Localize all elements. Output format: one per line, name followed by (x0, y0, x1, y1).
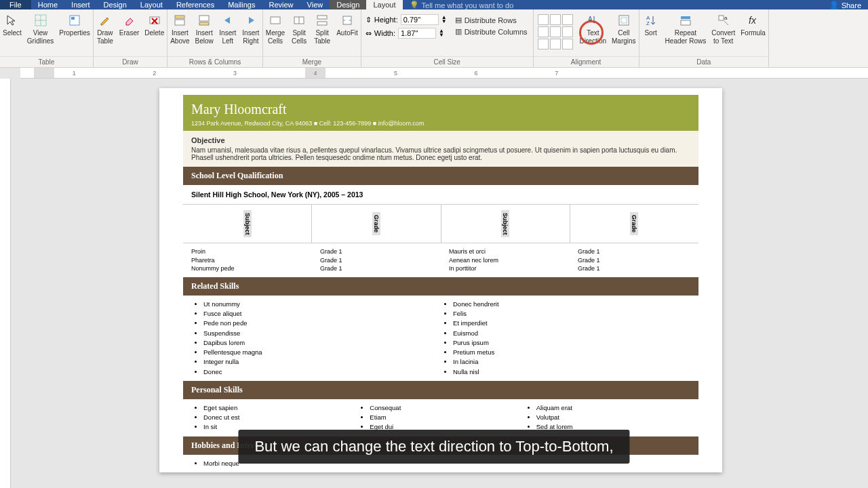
distribute-columns-button[interactable]: ▥ Distribute Columns (455, 27, 528, 36)
delete-button[interactable]: Delete (142, 12, 167, 39)
insert-right-button[interactable]: Insert Right (239, 12, 262, 47)
align-bottom-center[interactable] (550, 39, 561, 49)
share-button[interactable]: 👤 Share (829, 1, 861, 9)
school-line[interactable]: Silent Hill High School, New York (NY), … (183, 185, 698, 204)
group-rows-cols: Insert Above Insert Below Insert Left In… (167, 9, 263, 67)
tab-file[interactable]: File (0, 0, 31, 9)
dist-cols-icon: ▥ (455, 27, 462, 36)
resume-contact[interactable]: 1234 Park Avenue, Redwood City, CA 94063… (191, 120, 690, 127)
group-merge-label: Merge (263, 56, 361, 67)
align-top-right[interactable] (562, 14, 573, 25)
skills-list-right: Donec hendreritFelisEt imperdietEuismodP… (441, 300, 690, 377)
section-related-skills[interactable]: Related Skills (183, 277, 698, 296)
ribbon-tab-bar: File Home Insert Design Layout Reference… (0, 0, 868, 9)
table-cell: Grade 1 (578, 264, 690, 273)
col-header-grade: Grade (372, 212, 380, 235)
convert-text-button[interactable]: a Convert to Text (709, 12, 738, 47)
section-qualification[interactable]: School Level Qualification (183, 167, 698, 185)
distribute-rows-button[interactable]: ▤ Distribute Rows (455, 16, 528, 24)
repeat-header-button[interactable]: Repeat Header Rows (663, 12, 709, 47)
tab-design[interactable]: Design (97, 0, 134, 9)
grades-header-row[interactable]: Subject Grade Subject Grade (183, 204, 698, 243)
tab-view[interactable]: View (300, 0, 330, 9)
draw-table-button[interactable]: Draw Table (94, 12, 117, 47)
insert-below-icon (197, 13, 212, 28)
height-label: Height: (374, 16, 398, 24)
width-input[interactable] (398, 28, 436, 39)
sort-button[interactable]: AZ Sort (639, 12, 663, 39)
tab-insert[interactable]: Insert (64, 0, 97, 9)
svg-rect-9 (199, 22, 209, 25)
height-input[interactable] (401, 14, 439, 25)
group-cell-size: ⇕ Height: ▲▼ ⇔ Width: ▲▼ ▤ Distribute Ro… (361, 9, 534, 67)
align-bottom-left[interactable] (538, 39, 549, 49)
pencil-icon (98, 13, 113, 28)
list-item: Dapibus lorem (203, 338, 441, 348)
group-data: AZ Sort Repeat Header Rows a Convert to … (639, 9, 769, 67)
spinner-icon[interactable]: ▲▼ (439, 29, 444, 37)
grid-icon (33, 13, 48, 28)
skills-list-left: Ut nonummyFusce aliquetPede non pedeSusp… (191, 300, 441, 377)
text-direction-button[interactable]: A Text Direction (577, 12, 609, 47)
list-item: Et imperdiet (453, 319, 690, 328)
formula-icon: fx (746, 13, 761, 28)
formula-button[interactable]: fx Formula (738, 12, 768, 39)
tab-review[interactable]: Review (262, 0, 300, 9)
svg-text:fx: fx (749, 15, 757, 26)
autofit-button[interactable]: AutoFit (334, 12, 361, 39)
insert-below-button[interactable]: Insert Below (193, 12, 216, 47)
insert-above-button[interactable]: Insert Above (167, 12, 192, 47)
group-merge: Merge Cells Split Cells Split Table Auto… (263, 9, 361, 67)
merge-cells-button[interactable]: Merge Cells (263, 12, 288, 47)
dist-rows-icon: ▤ (455, 16, 462, 24)
insert-right-icon (243, 13, 258, 28)
list-item: Integer nulla (203, 357, 441, 367)
svg-rect-8 (199, 16, 209, 21)
tab-layout[interactable]: Layout (134, 0, 170, 9)
col-header-subject: Subject (501, 210, 509, 238)
related-skills-block[interactable]: Ut nonummyFusce aliquetPede non pedeSusp… (183, 296, 698, 381)
objective-body: Nam urnanisl, malesuada vitae risus a, p… (191, 146, 690, 161)
insert-right-label: Insert Right (242, 29, 259, 45)
section-personal-skills[interactable]: Personal Skills (183, 381, 698, 399)
eraser-button[interactable]: Eraser (117, 12, 142, 39)
width-label: Width: (374, 29, 395, 37)
cell-margins-button[interactable]: Cell Margins (609, 12, 639, 47)
dist-cols-label: Distribute Columns (465, 28, 528, 36)
properties-label: Properties (59, 29, 90, 37)
svg-rect-4 (71, 17, 75, 20)
list-item: Donec (203, 367, 441, 377)
spinner-icon[interactable]: ▲▼ (441, 16, 447, 23)
resume-name[interactable]: Mary Hloomcraft (191, 102, 690, 117)
align-top-left[interactable] (538, 14, 549, 25)
align-middle-left[interactable] (538, 26, 549, 37)
align-middle-right[interactable] (562, 26, 573, 37)
align-middle-center[interactable] (550, 26, 561, 37)
properties-button[interactable]: Properties (56, 12, 93, 39)
insert-left-button[interactable]: Insert Left (216, 12, 239, 47)
group-draw: Draw Table Eraser Delete Draw (94, 9, 167, 67)
resume-header: Mary Hloomcraft 1234 Park Avenue, Redwoo… (183, 95, 698, 131)
horizontal-ruler[interactable]: 1 2 3 4 5 6 7 (20, 68, 868, 79)
view-gridlines-button[interactable]: View Gridlines (24, 12, 56, 47)
tab-mailings[interactable]: Mailings (221, 0, 262, 9)
tab-table-layout[interactable]: Layout (366, 0, 402, 9)
tell-me-search[interactable]: 💡 Tell me what you want to do (410, 1, 514, 9)
tab-table-design[interactable]: Design (330, 0, 366, 9)
align-top-center[interactable] (550, 14, 561, 25)
tab-references[interactable]: References (170, 0, 221, 9)
align-bottom-right[interactable] (562, 39, 573, 49)
vertical-ruler[interactable] (0, 79, 11, 488)
text-direction-icon: A (585, 13, 600, 28)
split-table-button[interactable]: Split Table (311, 12, 334, 47)
objective-section[interactable]: Objective Nam urnanisl, malesuada vitae … (183, 131, 698, 167)
list-item: Donec ut est (203, 413, 357, 422)
split-cells-button[interactable]: Split Cells (288, 12, 311, 47)
list-item: Aliquam erat (536, 403, 690, 413)
tab-home[interactable]: Home (31, 0, 64, 9)
group-data-label: Data (639, 56, 768, 67)
select-button[interactable]: Select (0, 12, 24, 39)
col-header-grade: Grade (630, 212, 638, 235)
grades-values-row[interactable]: Proin Pharetra Nonummy pede Grade 1 Grad… (183, 243, 698, 277)
list-item: Consequat (370, 403, 524, 413)
